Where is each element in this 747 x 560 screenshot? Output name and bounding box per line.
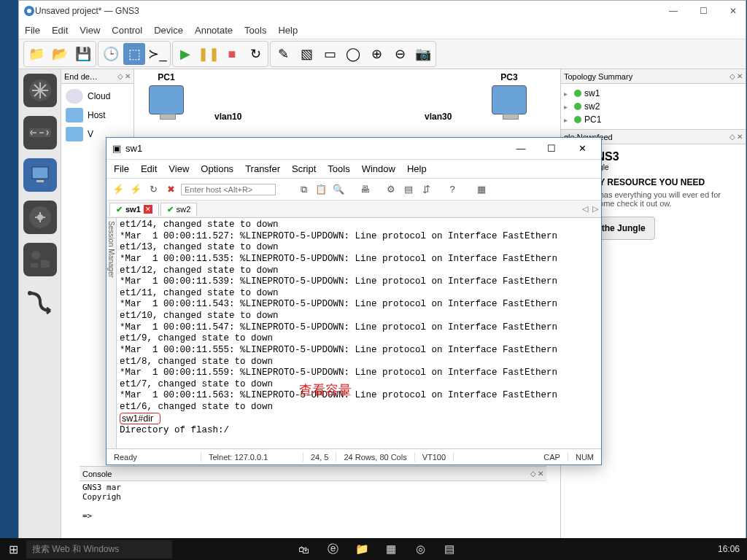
settings-icon[interactable]: ⚙ <box>384 182 398 197</box>
tab-close-icon[interactable]: ✕ <box>144 205 152 214</box>
close-button[interactable]: ✕ <box>725 4 741 18</box>
paste-icon[interactable]: 📋 <box>314 182 328 197</box>
node-pc3[interactable]: PC3 <box>492 72 527 114</box>
panel-close-icon[interactable]: ✕ <box>538 470 543 478</box>
stop-icon[interactable]: ■ <box>221 43 243 65</box>
panel-undock-icon[interactable]: ◇ <box>117 72 123 80</box>
panel-undock-icon[interactable]: ◇ <box>729 133 735 141</box>
quick-connect-icon[interactable]: ⚡ <box>128 182 143 197</box>
session-manager-tab[interactable]: Session Manager <box>107 218 117 448</box>
open-folder-2-icon[interactable]: 📂 <box>49 43 71 65</box>
switch-category-icon[interactable] <box>23 116 57 149</box>
topology-summary-header[interactable]: Topology Summary ◇✕ <box>561 69 746 84</box>
print-icon[interactable]: 🖶 <box>357 182 372 197</box>
gns3-titlebar[interactable]: Unsaved project* — GNS3 — ☐ ✕ <box>19 1 746 21</box>
connect-icon[interactable]: ⚡ <box>111 182 125 197</box>
disconnect-icon[interactable]: ✖ <box>163 182 178 197</box>
device-item-cloud[interactable]: Cloud <box>64 87 131 106</box>
node-pc1[interactable]: PC1 <box>149 72 184 114</box>
menu-edit[interactable]: Edit <box>141 163 157 174</box>
tab-sw1[interactable]: ✔ sw1 ✕ <box>109 203 159 216</box>
panel-close-icon[interactable]: ✕ <box>737 72 743 80</box>
menu-help[interactable]: Help <box>407 163 427 174</box>
all-devices-category-icon[interactable] <box>23 243 57 276</box>
toggle-icon[interactable]: ⇵ <box>419 182 433 197</box>
maximize-button[interactable]: ☐ <box>695 4 712 18</box>
taskbar-app3-icon[interactable]: ▤ <box>435 538 464 560</box>
pause-icon[interactable]: ❚❚ <box>198 43 220 65</box>
end-devices-category-icon[interactable] <box>23 158 57 192</box>
reload-icon[interactable]: ↻ <box>244 43 266 65</box>
menu-control[interactable]: Control <box>112 25 142 36</box>
play-icon[interactable]: ▶ <box>174 43 196 65</box>
close-button[interactable]: ✕ <box>569 141 595 157</box>
taskbar-explorer-icon[interactable]: 📁 <box>347 538 376 560</box>
sw1-titlebar[interactable]: ▣ sw1 — ☐ ✕ <box>107 138 601 160</box>
annotation-text: 查看容量 <box>299 382 352 399</box>
taskbar-edge-icon[interactable]: ⓔ <box>318 538 347 560</box>
minimize-button[interactable]: — <box>665 4 682 18</box>
panel-undock-icon[interactable]: ◇ <box>530 470 536 478</box>
snapshot-icon[interactable]: 🕒 <box>100 43 122 65</box>
taskbar-store-icon[interactable]: 🛍 <box>289 538 318 560</box>
taskbar-app-icon[interactable]: ▦ <box>376 538 406 560</box>
menu-device[interactable]: Device <box>154 25 183 36</box>
devices-panel-header[interactable]: End de… ◇✕ <box>61 69 133 84</box>
console-output[interactable]: GNS3 mar Copyrigh => <box>80 481 546 522</box>
menu-view[interactable]: View <box>169 163 189 174</box>
reconnect-icon[interactable]: ↻ <box>146 182 160 197</box>
copy-icon[interactable]: ⧉ <box>296 182 311 197</box>
router-category-icon[interactable] <box>23 74 57 107</box>
tree-item-pc1[interactable]: ▸PC1 <box>564 113 743 126</box>
minimize-button[interactable]: — <box>508 141 534 157</box>
start-button[interactable]: ⊞ <box>0 538 26 560</box>
terminal-output[interactable]: et1/14, changed state to down *Mar 1 00:… <box>117 218 601 448</box>
ellipse-icon[interactable]: ◯ <box>342 43 364 65</box>
gns3-logo-icon <box>23 5 35 17</box>
rect-icon[interactable]: ▭ <box>319 43 341 65</box>
taskbar-app2-icon[interactable]: ◎ <box>406 538 435 560</box>
host-input[interactable] <box>181 184 276 195</box>
menu-view[interactable]: View <box>80 25 100 36</box>
help-icon[interactable]: ? <box>445 182 460 197</box>
zoom-out-icon[interactable]: ⊖ <box>389 43 411 65</box>
zoom-in-icon[interactable]: ⊕ <box>365 43 387 65</box>
link-tool-icon[interactable] <box>23 285 57 319</box>
menu-file[interactable]: File <box>25 25 40 36</box>
open-folder-icon[interactable]: 📁 <box>26 43 47 65</box>
console-icon[interactable]: ≻_ <box>147 43 169 65</box>
tree-item-sw1[interactable]: ▸sw1 <box>564 87 743 100</box>
panel-close-icon[interactable]: ✕ <box>737 133 743 141</box>
tab-next-icon[interactable]: ▷ <box>592 204 598 214</box>
console-header[interactable]: Console ◇✕ <box>80 467 546 481</box>
menu-file[interactable]: File <box>114 163 129 174</box>
sessions-icon[interactable]: ▤ <box>401 182 416 197</box>
device-item-host[interactable]: Host <box>64 106 131 125</box>
tab-sw2[interactable]: ✔ sw2 <box>160 203 198 216</box>
screenshot-icon[interactable]: 📷 <box>412 43 434 65</box>
annotate-icon[interactable]: ✎ <box>272 43 294 65</box>
maximize-button[interactable]: ☐ <box>538 141 565 157</box>
menu-tools[interactable]: Tools <box>328 163 349 174</box>
image-icon[interactable]: ▧ <box>295 43 317 65</box>
menu-options[interactable]: Options <box>201 163 233 174</box>
grid-icon[interactable]: ⬚ <box>123 43 145 65</box>
panel-undock-icon[interactable]: ◇ <box>729 72 735 80</box>
menu-tools[interactable]: Tools <box>244 25 266 36</box>
tree-item-sw2[interactable]: ▸sw2 <box>564 100 743 113</box>
tab-prev-icon[interactable]: ◁ <box>582 204 588 214</box>
taskbar-search[interactable]: 搜索 Web 和 Windows <box>26 540 172 559</box>
save-icon[interactable]: 💾 <box>72 43 94 65</box>
menu-edit[interactable]: Edit <box>52 25 68 36</box>
menu-window[interactable]: Window <box>362 163 395 174</box>
security-category-icon[interactable] <box>23 201 57 234</box>
find-icon[interactable]: 🔍 <box>331 182 346 197</box>
check-icon: ✔ <box>167 205 174 214</box>
menu-annotate[interactable]: Annotate <box>195 25 233 36</box>
menu-help[interactable]: Help <box>278 25 298 36</box>
menu-script[interactable]: Script <box>292 163 316 174</box>
taskbar-clock[interactable]: 16:06 <box>711 544 747 554</box>
tile-icon[interactable]: ▦ <box>474 182 489 197</box>
panel-close-icon[interactable]: ✕ <box>125 72 131 80</box>
menu-transfer[interactable]: Transfer <box>245 163 280 174</box>
